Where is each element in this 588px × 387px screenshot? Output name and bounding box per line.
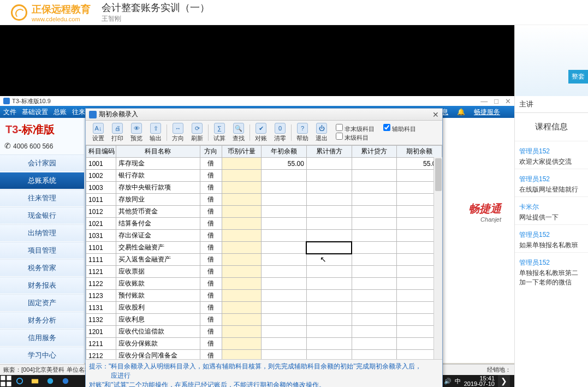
toolbar-清零[interactable]: 0清零 xyxy=(271,123,289,142)
col-header-2[interactable]: 方向 xyxy=(200,146,222,158)
sidebar-item-5[interactable]: 项目管理 xyxy=(0,242,84,259)
toolbar-退出[interactable]: ⏻退出 xyxy=(312,123,331,142)
t3-sidebar: T3-标准版 4006 600 566 会计家园总账系统往来管理现金银行出纳管理… xyxy=(0,118,85,363)
tray-clock[interactable]: 15:41 2019-07-10 xyxy=(464,376,495,386)
table-row[interactable]: 1111买入返售金融资产借 xyxy=(86,254,442,266)
table-row[interactable]: 1121应收票据借 xyxy=(86,266,442,278)
col-header-0[interactable]: 科目编码 xyxy=(86,146,116,158)
toolbar-打印[interactable]: 🖨打印 xyxy=(108,123,127,142)
speaker-label: 主讲 xyxy=(515,96,588,113)
dialog-titlebar[interactable]: 期初余额录入 ✕ xyxy=(86,109,442,121)
chat-user: 管理员152 xyxy=(519,230,584,240)
taskbar-folder-icon[interactable] xyxy=(28,376,42,386)
menubar-service[interactable]: 畅捷服务 xyxy=(474,108,500,117)
col-header-3[interactable]: 币别/计量 xyxy=(222,146,262,158)
window-minimize-button[interactable]: — xyxy=(480,97,488,105)
app-title: T3-标准版10.9 xyxy=(12,97,51,105)
col-header-5[interactable]: 累计借方 xyxy=(306,146,352,158)
chanjet-brand: 畅捷通 Chanjet xyxy=(468,201,501,223)
table-row[interactable]: 1002银行存款借 xyxy=(86,170,442,182)
chat-msg: 网址提供一下 xyxy=(519,213,559,221)
status-right: 经销地： xyxy=(487,366,511,374)
brand-logo xyxy=(11,4,27,21)
sidebar-item-0[interactable]: 会计家园 xyxy=(0,154,84,172)
menu-settings[interactable]: 基础设置 xyxy=(22,108,48,117)
toolbar-帮助[interactable]: ?帮助 xyxy=(293,123,312,142)
chat-msg: 单独报名私教班第二加一下老师的微信 xyxy=(519,269,578,286)
app-icon xyxy=(3,98,10,104)
scroll-thumb[interactable] xyxy=(435,158,442,191)
col-header-4[interactable]: 年初余额 xyxy=(262,146,307,158)
menu-ledger[interactable]: 总账 xyxy=(54,108,67,117)
table-row[interactable]: 1031存出保证金借 xyxy=(86,230,442,242)
taskbar-app2-icon[interactable] xyxy=(58,376,73,386)
table-row[interactable]: 1021结算备付金借 xyxy=(86,218,442,230)
app-window-titlebar[interactable]: T3-标准版10.9 — □ ✕ xyxy=(0,96,514,106)
sidebar-item-11[interactable]: 学习中心 xyxy=(0,347,84,364)
table-row[interactable]: 1123预付账款借 xyxy=(86,290,442,302)
sidebar-item-10[interactable]: 信用服务 xyxy=(0,329,84,347)
check-leaf[interactable]: 末级科目 xyxy=(336,133,375,141)
video-desktop-area: T3-标准版10.9 — □ ✕ 文件 基础设置 总账 往来 消息 🔔 畅捷服务 xyxy=(0,25,514,387)
tray-ime-icon[interactable]: 中 xyxy=(455,377,461,385)
check-nonleaf[interactable]: 非末级科目 xyxy=(336,124,375,133)
menu-file[interactable]: 文件 xyxy=(3,108,16,117)
sidebar-item-9[interactable]: 财务分析 xyxy=(0,312,84,329)
check-aux[interactable]: 辅助科目 xyxy=(383,124,416,133)
table-row[interactable]: 1003存放中央银行款项借 xyxy=(86,182,442,194)
sidebar-item-2[interactable]: 往来管理 xyxy=(0,189,84,207)
toolbar-对账[interactable]: ✔对账 xyxy=(252,123,270,142)
balance-table[interactable]: 科目编码科目名称方向币别/计量年初余额累计借方累计贷方期初余额 1001库存现金… xyxy=(86,145,442,359)
toolbar-方向[interactable]: ↔方向 xyxy=(169,123,187,142)
table-row[interactable]: 1012其他货币资金借 xyxy=(86,206,442,218)
window-maximize-button[interactable]: □ xyxy=(494,97,498,105)
sidebar-item-4[interactable]: 出纳管理 xyxy=(0,224,84,242)
tray-volume-icon[interactable]: 🔊 xyxy=(444,378,452,385)
hint-link[interactable]: 应进行 xyxy=(111,372,130,379)
sidebar-item-7[interactable]: 财务报表 xyxy=(0,277,84,294)
sidebar-item-8[interactable]: 固定资产 xyxy=(0,294,84,312)
right-tab[interactable]: 整套 xyxy=(568,70,588,84)
table-row[interactable]: 1122应收账款借 xyxy=(86,278,442,290)
toolbar-刷新[interactable]: ⟳刷新 xyxy=(188,123,206,142)
course-info-heading: 课程信息 xyxy=(515,113,588,141)
toolbar-试算[interactable]: ∑试算 xyxy=(210,123,229,142)
toolbar-查找[interactable]: 🔍查找 xyxy=(229,123,248,142)
chat-user: 卡米尔 xyxy=(519,203,584,212)
col-header-7[interactable]: 期初余额 xyxy=(397,146,442,158)
chat-item: 管理员152欢迎大家提供交流 xyxy=(515,141,588,169)
dialog-hint: 提示："科目余额录入从明细科目录入，如遇有辅助科目核算，则先完成辅助科目余额的初… xyxy=(86,359,442,387)
window-close-button[interactable]: ✕ xyxy=(505,97,511,105)
table-row[interactable]: 1201应收代位追偿款借 xyxy=(86,326,442,338)
table-row[interactable]: 1212应收分保合同准备金借 xyxy=(86,350,442,360)
toolbar-设置[interactable]: A↓设置 xyxy=(89,123,108,142)
sidebar-item-6[interactable]: 税务管家 xyxy=(0,259,84,277)
table-row[interactable]: 1001库存现金借55.0055.00 xyxy=(86,158,442,170)
col-header-1[interactable]: 科目名称 xyxy=(116,146,200,158)
vertical-scrollbar[interactable] xyxy=(433,157,442,359)
svg-point-4 xyxy=(17,378,23,384)
table-row[interactable]: 1101交易性金融资产借 xyxy=(86,242,442,254)
chat-user: 管理员152 xyxy=(519,175,584,184)
sidebar-item-1[interactable]: 总账系统 xyxy=(0,172,84,189)
toolbar-输出[interactable]: ⇧输出 xyxy=(146,123,165,142)
table-row[interactable]: 1132应收利息借 xyxy=(86,314,442,326)
start-button[interactable] xyxy=(0,375,12,387)
menu-ar[interactable]: 往来 xyxy=(72,108,85,117)
table-row[interactable]: 1211应收分保账款借 xyxy=(86,338,442,350)
right-banner xyxy=(515,25,588,96)
right-panel: 整套 主讲 课程信息 管理员152欢迎大家提供交流管理员152在线版网址登陆就行… xyxy=(514,25,588,387)
table-row[interactable]: 1011存放同业借 xyxy=(86,194,442,206)
svg-rect-5 xyxy=(32,379,38,384)
opening-balance-dialog: 期初余额录入 ✕ A↓设置🖨打印👁预览⇧输出↔方向⟳刷新∑试算🔍查找✔对账0清零… xyxy=(85,108,443,387)
taskbar-edge-icon[interactable] xyxy=(13,376,27,386)
taskbar-app1-icon[interactable] xyxy=(43,376,57,386)
svg-rect-2 xyxy=(1,382,5,386)
balance-table-wrap: 科目编码科目名称方向币别/计量年初余额累计借方累计贷方期初余额 1001库存现金… xyxy=(86,145,442,359)
sidebar-item-3[interactable]: 现金银行 xyxy=(0,207,84,224)
dialog-close-button[interactable]: ✕ xyxy=(432,110,439,119)
table-row[interactable]: 1131应收股利借 xyxy=(86,302,442,314)
toolbar-预览[interactable]: 👁预览 xyxy=(127,123,146,142)
col-header-6[interactable]: 累计贷方 xyxy=(352,146,397,158)
tray-next-button[interactable]: ❯ xyxy=(498,375,510,387)
